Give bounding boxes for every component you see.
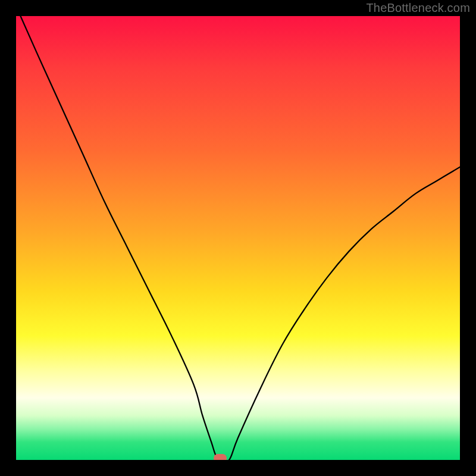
bottleneck-curve: [16, 16, 460, 460]
chart-frame: TheBottleneck.com: [0, 0, 476, 476]
watermark-text: TheBottleneck.com: [366, 1, 470, 15]
bottleneck-marker: [214, 454, 227, 460]
plot-area: [16, 16, 460, 460]
